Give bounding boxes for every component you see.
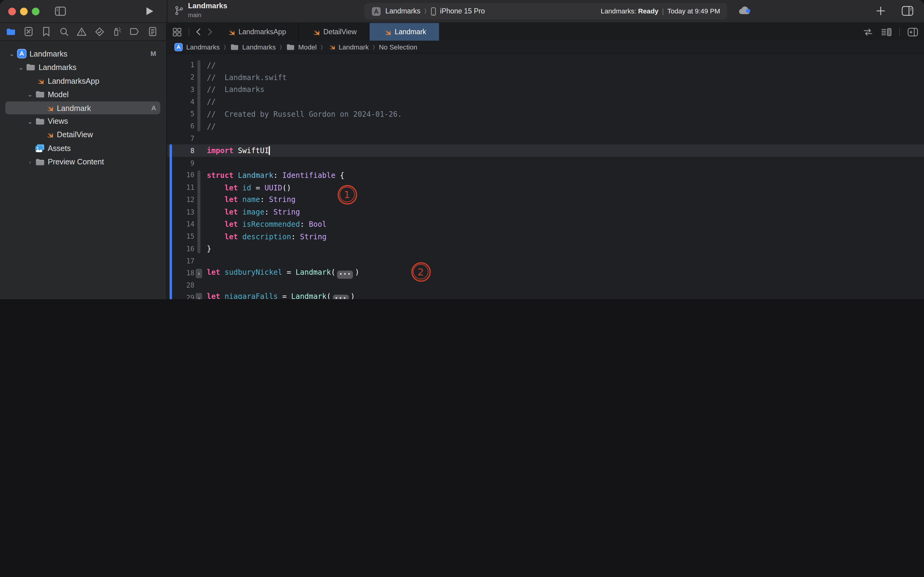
sidebar-item-landmark[interactable]: LandmarkA <box>0 101 166 114</box>
code-line-4[interactable]: 4// <box>167 96 924 108</box>
toggle-navigator-icon[interactable] <box>55 6 66 16</box>
sidebar-item-model[interactable]: ⌄Model <box>0 88 166 101</box>
code-line-14[interactable]: 14 let isRecommended: Bool <box>167 218 924 230</box>
code-review-icon[interactable] <box>863 28 873 36</box>
reports-icon[interactable] <box>147 27 157 37</box>
code-line-18[interactable]: 18›let sudburyNickel = Landmark(•••) <box>167 267 924 279</box>
sidebar-item-label: Landmarks <box>29 50 67 58</box>
folder-icon <box>26 62 36 73</box>
text-cursor <box>269 147 270 155</box>
code-text: // Landmark.swift <box>207 73 287 82</box>
sidebar-item-detailview[interactable]: DetailView <box>0 128 166 142</box>
bookmarks-icon[interactable] <box>41 27 52 37</box>
line-number: 7 <box>167 134 195 143</box>
related-items-icon[interactable] <box>172 27 182 37</box>
app-icon <box>174 43 183 51</box>
code-line-2[interactable]: 2// Landmark.swift <box>167 71 924 84</box>
code-text: let niagaraFalls = Landmark(•••) <box>207 292 355 299</box>
code-line-16[interactable]: 16} <box>167 243 924 255</box>
code-line-28[interactable]: 28 <box>167 279 924 292</box>
code-text: let name: String <box>207 195 295 204</box>
code-fold-ellipsis[interactable]: ••• <box>337 271 353 279</box>
close-window-button[interactable] <box>8 8 16 15</box>
code-line-12[interactable]: 12 let name: String <box>167 193 924 206</box>
source-control-icon[interactable] <box>24 27 34 37</box>
breadcrumb-item[interactable]: No Selection <box>379 44 417 50</box>
code-line-10[interactable]: 10struct Landmark: Identifiable { <box>167 169 924 181</box>
code-line-1[interactable]: 1// <box>167 59 924 71</box>
line-number: 2 <box>167 73 195 81</box>
scheme-status-pill[interactable]: Landmarks 〉 iPhone 15 Pro Landmarks: Rea… <box>364 3 727 19</box>
disclosure-open-icon[interactable]: ⌄ <box>25 119 35 123</box>
code-line-5[interactable]: 5// Created by Russell Gordon on 2024-01… <box>167 108 924 120</box>
tab-DetailView[interactable]: DetailView <box>299 23 369 41</box>
fold-column <box>194 218 204 230</box>
fold-chevron[interactable]: › <box>194 267 204 279</box>
code-line-3[interactable]: 3// Landmarks <box>167 84 924 96</box>
code-line-17[interactable]: 17 <box>167 255 924 267</box>
disclosure-open-icon[interactable]: ⌄ <box>7 52 16 56</box>
code-line-11[interactable]: 11 let id = UUID() <box>167 181 924 193</box>
breadcrumb-item[interactable]: Landmarks <box>230 43 275 51</box>
tests-icon[interactable] <box>94 27 105 37</box>
code-line-15[interactable]: 15 let description: String <box>167 230 924 243</box>
find-icon[interactable] <box>59 27 69 37</box>
code-line-6[interactable]: 6// <box>167 120 924 132</box>
breadcrumb-item[interactable]: Landmarks <box>174 42 220 52</box>
scheme-name[interactable]: Landmarks <box>385 7 420 15</box>
code-text: let image: String <box>207 208 300 216</box>
go-forward-icon[interactable] <box>208 28 212 36</box>
sidebar-item-assets[interactable]: Assets <box>0 142 166 155</box>
sidebar-item-landmarks[interactable]: ⌄LandmarksM <box>0 47 166 61</box>
code-line-9[interactable]: 9 <box>167 157 924 169</box>
activity-status: Landmarks: Ready | Today at 9:49 PM <box>601 8 720 15</box>
minimize-window-button[interactable] <box>20 8 28 15</box>
breakpoints-icon[interactable] <box>130 27 140 37</box>
tab-Landmark[interactable]: Landmark <box>369 23 439 41</box>
chevron-right-icon: 〉 <box>321 44 323 50</box>
go-back-icon[interactable] <box>196 28 201 36</box>
code-line-13[interactable]: 13 let image: String <box>167 206 924 218</box>
run-button[interactable] <box>145 6 154 16</box>
disclosure-open-icon[interactable]: ⌄ <box>16 66 26 69</box>
source-editor[interactable]: 1//2// Landmark.swift3// Landmarks4//5//… <box>167 54 924 299</box>
disclosure-open-icon[interactable]: ⌄ <box>25 93 35 96</box>
editor-options-icon[interactable] <box>902 6 914 16</box>
minimap-icon[interactable] <box>881 27 892 36</box>
tab-LandmarksApp[interactable]: LandmarksApp <box>214 23 299 41</box>
xcode-cloud-icon[interactable] <box>738 5 752 16</box>
sidebar-item-landmarksapp[interactable]: LandmarksApp <box>0 74 166 88</box>
swift-icon <box>327 43 335 51</box>
issues-icon[interactable] <box>77 27 87 37</box>
folder-icon <box>35 116 45 127</box>
code-line-8[interactable]: 8import SwiftUI <box>167 145 924 157</box>
code-fold-ellipsis[interactable]: ••• <box>333 295 349 299</box>
breadcrumb-item[interactable]: Landmark <box>327 42 369 52</box>
breadcrumb-label: No Selection <box>379 44 417 50</box>
sidebar-item-label: Views <box>48 117 68 126</box>
fold-chevron[interactable]: › <box>194 292 204 299</box>
code-line-29[interactable]: 29›let niagaraFalls = Landmark(•••) <box>167 292 924 299</box>
project-navigator-icon[interactable] <box>6 27 16 37</box>
add-editor-icon[interactable] <box>908 27 918 36</box>
run-destination[interactable]: iPhone 15 Pro <box>440 7 485 15</box>
swift-icon <box>35 76 45 86</box>
fold-column <box>194 243 204 255</box>
sidebar-item-label: Model <box>48 90 68 99</box>
sidebar-item-views[interactable]: ⌄Views <box>0 114 166 128</box>
debug-icon[interactable] <box>112 27 122 37</box>
breadcrumb-label: Landmark <box>338 44 369 50</box>
code-line-7[interactable]: 7 <box>167 132 924 145</box>
zoom-window-button[interactable] <box>32 8 39 15</box>
library-plus-icon[interactable] <box>876 6 886 16</box>
sidebar-item-preview-content[interactable]: ›Preview Content <box>0 155 166 168</box>
sidebar-item-landmarks[interactable]: ⌄Landmarks <box>0 61 166 74</box>
code-text: let sudburyNickel = Landmark(•••) <box>207 268 359 279</box>
tab-bar: LandmarksAppDetailViewLandmark <box>0 23 924 41</box>
active-scheme-title[interactable]: Landmarks main <box>174 2 227 19</box>
chevron-right-icon: 〉 <box>424 8 426 15</box>
swift-icon <box>44 103 54 113</box>
project-name: Landmarks <box>188 2 227 11</box>
breadcrumb-item[interactable]: Model <box>286 43 317 51</box>
disclosure-closed-icon[interactable]: › <box>25 159 35 165</box>
